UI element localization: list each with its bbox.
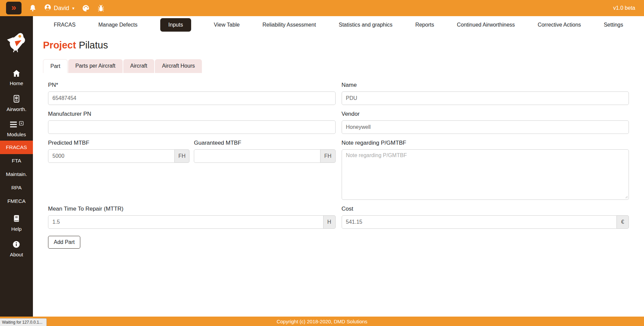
sidebar-item-airworthiness[interactable]: Airworth. (6, 95, 26, 112)
module-link-label: FMECA (7, 198, 26, 204)
tab-aircraft[interactable]: Aircraft (123, 59, 155, 73)
manufacturer-pn-input[interactable] (48, 120, 336, 134)
cost-label: Cost (342, 206, 629, 212)
sidebar-item-modules[interactable]: Modules (7, 121, 26, 137)
sidebar-item-rpa[interactable]: RPA (0, 181, 33, 194)
nav-item-reports[interactable]: Reports (415, 22, 434, 28)
sidebar-item-label: Home (10, 80, 23, 86)
vendor-input[interactable] (342, 120, 629, 134)
nav-item-fracas[interactable]: FRACAS (54, 22, 76, 28)
field-guaranteed-mtbf: Guaranteed MTBF FH (194, 140, 335, 163)
sidebar-item-home[interactable]: Home (10, 70, 23, 86)
tab-part[interactable]: Part (43, 59, 68, 73)
nav-item-reliability-assessment[interactable]: Reliability Assessment (262, 22, 316, 28)
info-circle-icon (12, 241, 20, 250)
topbar: » David ▾ v1.0 beta (0, 0, 644, 16)
section-tabs: Part Parts per Aircraft Aircraft Aircraf… (43, 59, 644, 73)
caret-square-down-icon (19, 121, 24, 127)
mttr-label: Mean Time To Repair (MTTR) (48, 206, 336, 212)
pn-label: PN* (48, 82, 336, 88)
sidebar-item-label: About (10, 252, 23, 257)
field-predicted-mtbf: Predicted MTBF FH (48, 140, 189, 163)
module-link-label: Maintain. (6, 171, 27, 177)
pn-input[interactable] (48, 92, 336, 105)
module-link-label: FRACAS (6, 144, 27, 150)
field-vendor: Vendor (342, 111, 629, 134)
name-input[interactable] (342, 92, 629, 105)
name-label: Name (342, 82, 629, 88)
sidebar-item-maintain[interactable]: Maintain. (0, 168, 33, 181)
nav-item-statistics-and-graphics[interactable]: Statistics and graphics (339, 22, 392, 28)
field-pn: PN* (48, 82, 336, 105)
nav-item-continued-airworthiness[interactable]: Continued Airworthiness (457, 22, 515, 28)
module-link-label: FTA (12, 158, 21, 164)
predicted-mtbf-input[interactable] (48, 149, 175, 163)
sidebar-item-label: Modules (7, 132, 26, 137)
double-chevron-icon: » (11, 2, 16, 13)
nav-item-inputs[interactable]: Inputs (160, 18, 191, 32)
copyright-text: Copyright (c) 2018-2020, DMD Solutions (276, 319, 367, 324)
top-navigation: FRACAS Manage Defects Inputs View Table … (33, 16, 644, 34)
sidebar-item-about[interactable]: About (10, 241, 23, 257)
nav-item-view-table[interactable]: View Table (214, 22, 240, 28)
mttr-unit: H (324, 215, 336, 229)
sidebar-item-label: Airworth. (6, 106, 26, 112)
theme-palette-icon[interactable] (82, 4, 90, 12)
guaranteed-mtbf-unit: FH (320, 149, 335, 163)
tab-aircraft-hours[interactable]: Aircraft Hours (155, 59, 202, 73)
field-note: Note regarding P/GMTBF (342, 140, 629, 200)
note-textarea[interactable] (342, 149, 629, 200)
vendor-label: Vendor (342, 111, 629, 117)
sidebar-item-fracas[interactable]: FRACAS (0, 141, 33, 154)
field-manufacturer-pn: Manufacturer PN (48, 111, 336, 134)
manufacturer-pn-label: Manufacturer PN (48, 111, 336, 117)
debug-bug-icon[interactable] (97, 4, 105, 12)
sidebar-item-fmeca[interactable]: FMECA (0, 194, 33, 208)
book-icon (13, 215, 20, 224)
page-title: Project Pilatus (43, 40, 644, 51)
page-title-project-name: Pilatus (79, 40, 108, 50)
sidebar-item-fta[interactable]: FTA (0, 154, 33, 168)
browser-status-text: Waiting for 127.0.0.1... (0, 318, 47, 326)
add-part-button[interactable]: Add Part (48, 236, 80, 249)
mtbf-fields: Predicted MTBF FH Guaranteed MTBF FH (48, 140, 336, 169)
field-name: Name (342, 82, 629, 105)
user-menu[interactable]: David ▾ (44, 4, 75, 13)
version-label: v1.0 beta (613, 5, 635, 11)
part-form: PN* Name Manufacturer PN Vendor (48, 82, 629, 234)
main-content: FRACAS Manage Defects Inputs View Table … (33, 16, 644, 317)
app-body: Home Airworth. Modules (0, 16, 644, 317)
cost-input[interactable] (342, 215, 617, 229)
sidebar-toggle-button[interactable]: » (6, 2, 22, 14)
sidebar-item-label: Help (11, 226, 22, 232)
tab-parts-per-aircraft[interactable]: Parts per Aircraft (68, 59, 122, 73)
guaranteed-mtbf-input[interactable] (194, 149, 320, 163)
sidebar-item-help[interactable]: Help (11, 215, 22, 232)
nav-item-manage-defects[interactable]: Manage Defects (98, 22, 138, 28)
footer: Copyright (c) 2018-2020, DMD Solutions (0, 317, 644, 326)
nav-item-corrective-actions[interactable]: Corrective Actions (538, 22, 581, 28)
field-cost: Cost € (342, 206, 629, 229)
cost-unit: € (617, 215, 629, 229)
field-mttr: Mean Time To Repair (MTTR) H (48, 206, 336, 229)
user-name: David (54, 5, 69, 12)
brand-bird-logo (5, 31, 28, 55)
predicted-mtbf-unit: FH (175, 149, 189, 163)
mttr-input[interactable] (48, 215, 324, 229)
notifications-bell-icon[interactable] (29, 4, 37, 12)
module-link-label: RPA (11, 185, 22, 191)
note-label: Note regarding P/GMTBF (342, 140, 629, 146)
nav-item-settings[interactable]: Settings (604, 22, 623, 28)
predicted-mtbf-label: Predicted MTBF (48, 140, 189, 146)
sidebar: Home Airworth. Modules (0, 16, 33, 317)
home-icon (12, 70, 20, 78)
sidebar-module-links: FRACAS FTA Maintain. RPA FMECA (0, 141, 33, 208)
chevron-down-icon: ▾ (72, 6, 75, 11)
page-title-accent: Project (43, 40, 76, 50)
passport-icon (13, 95, 20, 104)
guaranteed-mtbf-label: Guaranteed MTBF (194, 140, 335, 146)
user-avatar-icon (44, 4, 51, 13)
app-window: » David ▾ v1.0 beta (0, 0, 644, 326)
bars-menu-icon (9, 121, 17, 130)
